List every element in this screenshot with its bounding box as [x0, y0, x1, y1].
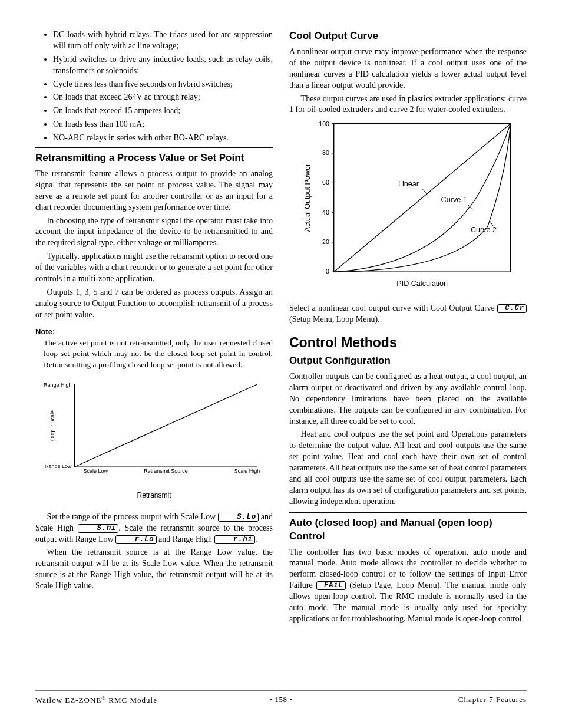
cool-output-chart: 0 20 40 60 80 100 Actual Output Power PI…	[289, 118, 527, 295]
note-label: Note:	[35, 327, 273, 337]
body-text: The retransmit feature allows a process …	[35, 169, 273, 213]
heading-control-methods: Control Methods	[289, 334, 527, 352]
chart-axis-label: Output Scale	[49, 410, 55, 441]
left-column: DC loads with hybrid relays. The triacs …	[35, 29, 273, 627]
list-item: Cycle times less than five seconds on hy…	[53, 79, 273, 90]
bullet-icon: •	[289, 695, 292, 704]
list-item: Hybrid switches to drive any inductive l…	[53, 54, 273, 77]
chart-caption: Retransmit	[35, 490, 273, 500]
bullet-icon: •	[270, 695, 273, 704]
curve-label-curve1: Curve 1	[441, 196, 467, 205]
tick-label: 80	[322, 149, 329, 156]
text-fragment: .	[255, 535, 257, 543]
svg-line-15	[468, 205, 473, 210]
page-footer: Watlow EZ-ZONE® RMC Module • 158 • Chapt…	[35, 690, 527, 706]
svg-line-14	[422, 189, 428, 196]
body-text: Heat and cool outputs use the set point …	[289, 429, 527, 507]
heading-auto-manual: Auto (closed loop) and Manual (open loop…	[289, 516, 527, 543]
restrictions-list: DC loads with hybrid relays. The triacs …	[35, 29, 273, 144]
text-fragment: Set the range of the process output with…	[47, 512, 218, 521]
segment-display-fail: FAiL	[316, 581, 346, 590]
list-item: On loads that exceed 15 amperes load;	[53, 106, 273, 117]
chart-label: Scale High	[234, 468, 260, 474]
body-text: The controller has two basic modes of op…	[289, 547, 527, 625]
tick-label: 20	[322, 238, 329, 245]
list-item: On loads that exceed 264V ac through rel…	[53, 92, 273, 103]
right-column: Cool Output Curve A nonlinear output cur…	[289, 29, 527, 627]
segment-display-ccr: C.Cr	[497, 304, 527, 313]
segment-display-rhi: r.hi	[214, 535, 255, 544]
body-text: When the retransmit source is at the Ran…	[35, 547, 273, 592]
retransmit-chart: Range High Range Low Output Scale Scale …	[35, 378, 273, 485]
tick-label: 60	[322, 179, 329, 186]
divider	[35, 147, 273, 148]
body-text: Outputs 1, 3, 5 and 7 can be ordered as …	[35, 287, 273, 321]
curve-label-curve2: Curve 2	[471, 226, 497, 234]
body-text: Select a nonlinear cool output curve wit…	[289, 303, 527, 325]
chart-label: Range High	[44, 382, 72, 388]
footer-center: • 158 •	[35, 694, 527, 705]
cool-output-chart-wrapper: 0 20 40 60 80 100 Actual Output Power PI…	[289, 118, 527, 298]
segment-display-shi: S.hi	[78, 524, 118, 533]
tick-label: 0	[326, 268, 329, 275]
segment-display-rlo: r.Lo	[115, 535, 156, 544]
body-text: A nonlinear output curve may improve per…	[289, 47, 527, 91]
body-text: Set the range of the process output with…	[35, 512, 273, 545]
chart-y-axis-label: Actual Output Power	[303, 164, 312, 232]
heading-retransmit: Retransmitting a Process Value or Set Po…	[35, 151, 273, 165]
heading-output-config: Output Configuration	[289, 354, 527, 368]
list-item: On loads less than 100 mA;	[53, 119, 273, 130]
text-fragment: (Setup Menu, Loop Menu).	[289, 315, 380, 324]
chart-x-axis-label: PID Calculation	[396, 280, 448, 288]
body-text: Typically, applications might use the re…	[35, 251, 273, 285]
divider	[289, 512, 527, 513]
two-column-layout: DC loads with hybrid relays. The triacs …	[35, 29, 527, 627]
svg-line-13	[334, 124, 511, 272]
page-number: 158	[275, 695, 287, 704]
list-item: NO-ARC relays in series with other BO-AR…	[53, 133, 273, 144]
text-fragment: and Range High	[157, 535, 214, 543]
svg-line-2	[75, 384, 257, 467]
chart-axis-label: Retransmit Source	[144, 468, 188, 474]
segment-display-slo: S.Lo	[218, 513, 259, 522]
heading-cool-output: Cool Output Curve	[289, 29, 527, 43]
chart-label: Scale Low	[84, 468, 108, 474]
body-text: These output curves are used in plastics…	[289, 94, 527, 116]
tick-label: 100	[319, 120, 329, 127]
note-body: The active set point is not retransmitte…	[35, 338, 273, 370]
text-fragment: Select a nonlinear cool output curve wit…	[289, 304, 497, 312]
body-text: In choosing the type of retransmit signa…	[35, 216, 273, 249]
chart-label: Range Low	[45, 463, 72, 469]
body-text: Controller outputs can be configured as …	[289, 371, 527, 427]
list-item: DC loads with hybrid relays. The triacs …	[53, 29, 273, 52]
tick-label: 40	[322, 209, 329, 216]
curve-label-linear: Linear	[398, 180, 419, 188]
